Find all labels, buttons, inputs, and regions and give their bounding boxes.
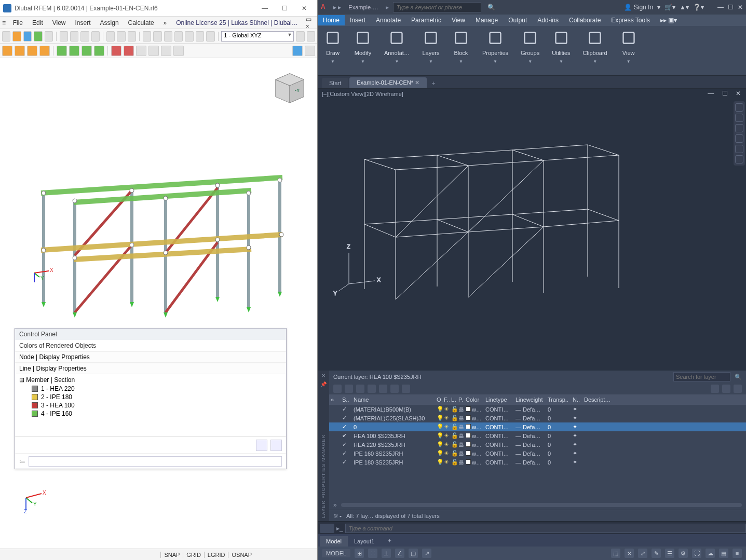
load-m-icon[interactable] [161,46,171,56]
min-button[interactable]: — [717,4,724,11]
lt-gear-icon[interactable] [734,385,742,393]
st-a-icon[interactable]: ⬚ [611,549,620,558]
lp-pin-icon[interactable]: 📌 [320,381,327,387]
menu-insert[interactable]: Insert [71,18,95,28]
help-icon[interactable]: ❔▾ [693,4,704,11]
st-d-icon[interactable]: ✎ [652,549,661,558]
model-icon[interactable] [34,31,42,42]
ribbon-panel-view[interactable]: View▼ [614,26,644,75]
ribbon-panel-layers[interactable]: Layers▼ [416,26,446,75]
save2-icon[interactable] [60,31,68,42]
ribbon-panel-block[interactable]: Block▼ [446,26,476,75]
load-e-icon[interactable] [57,46,67,56]
cp-section-item[interactable]: 4 - IPE 160 [19,409,282,418]
tool-icon[interactable] [45,31,53,42]
st-e-icon[interactable]: ☰ [665,549,674,558]
st-osnap-icon[interactable]: ▢ [409,549,418,558]
load-b-icon[interactable] [15,46,25,56]
close-button[interactable]: ✕ [738,4,743,11]
tab-addins[interactable]: Add-ins [532,15,564,25]
st-track-icon[interactable]: ↗ [422,549,431,558]
nav-cube-icon[interactable] [735,103,743,112]
autocad-viewport[interactable]: [–][Custom View][2D Wireframe] — ☐ ✕ [318,88,746,522]
print-icon[interactable] [70,31,78,42]
load-h-icon[interactable] [94,46,104,56]
tab-manage[interactable]: Manage [470,15,503,25]
tab-home[interactable]: Home [318,15,345,25]
nav-bar[interactable] [734,101,745,166]
tool-i-icon[interactable] [196,31,204,42]
ribbon-panel-modify[interactable]: Modify▼ [348,26,378,75]
cmd-history-icon[interactable] [320,524,334,533]
tool-f-icon[interactable] [164,31,172,42]
right-b-icon[interactable] [305,46,315,56]
ribbon-panel-utilities[interactable]: Utilities▼ [546,26,576,75]
load-f-icon[interactable] [69,46,79,56]
command-input[interactable] [345,524,746,533]
doc-tab-add[interactable]: ＋ [428,78,439,88]
tab-add[interactable]: ＋ [381,535,399,547]
st-c-icon[interactable]: ⤢ [638,549,647,558]
help-search[interactable] [393,2,481,12]
status-model[interactable]: MODEL [322,549,350,557]
tab-layout1[interactable]: Layout1 [348,536,381,547]
max-button[interactable]: ☐ [728,4,734,11]
new-icon[interactable] [2,31,10,42]
load-c-icon[interactable] [27,46,37,56]
tool-g-icon[interactable] [174,31,183,42]
open-icon[interactable] [12,31,21,42]
status-osnap[interactable]: OSNAP [228,552,255,558]
rfem-viewport[interactable]: -Y [0,58,317,549]
nav-more-icon[interactable] [735,155,743,163]
lt-a-icon[interactable] [368,385,376,393]
lt-new2-icon[interactable] [345,385,353,393]
load-l-icon[interactable] [148,46,159,56]
qat-doc[interactable]: Example-… [345,3,381,11]
doc-tab-start[interactable]: Start [322,78,348,88]
cp-row-node[interactable]: Node | Display Properties [15,351,286,363]
cp-section-item[interactable]: 2 - IPE 180 [19,393,282,401]
redo-icon[interactable] [91,31,100,42]
lt-new-icon[interactable] [333,385,342,393]
st-snap-icon[interactable]: ∷ [368,549,377,558]
cp-input[interactable] [29,456,282,467]
minimize-button[interactable]: — [255,1,275,16]
cp-tree-root[interactable]: Member | Section [26,376,75,384]
undo-icon[interactable] [80,31,89,42]
tool-a-icon[interactable] [106,31,115,42]
st-i-icon[interactable]: ▤ [719,549,728,558]
tab-annotate[interactable]: Annotate [371,15,406,25]
load-a-icon[interactable] [2,46,12,56]
st-f-icon[interactable]: ⚙ [679,549,688,558]
nav-wheel-icon[interactable] [735,114,743,122]
menu-edit[interactable]: Edit [28,18,47,28]
apps-icon[interactable]: ▲▾ [680,4,689,11]
tab-parametric[interactable]: Parametric [406,15,446,25]
load-j-icon[interactable] [124,46,134,56]
ribbon-panel-draw[interactable]: Draw▼ [318,26,348,75]
load-n-icon[interactable] [173,46,184,56]
layer-row[interactable]: ✔HEA 100 $S235JRH💡☀🔓🖶wh…CONTIN…— Defa…0✦ [329,431,746,440]
lt-del-icon[interactable] [356,385,364,393]
st-b-icon[interactable]: ⤧ [625,549,634,558]
tool-e-icon[interactable] [153,31,161,42]
right-a-icon[interactable] [292,46,303,56]
coord-system-dropdown[interactable]: 1 - Global XYZ [221,31,294,42]
tab-express[interactable]: Express Tools [606,15,655,25]
tab-view[interactable]: View [446,15,470,25]
layer-row[interactable]: ✓IPE 180 $S235JRH💡☀🔓🖶wh…CONTIN…— Defa…0✦ [329,458,746,467]
layer-row[interactable]: ✓(MATERIAL)B500M(B)💡☀🔓🖶wh…CONTIN…— Defa…… [329,405,746,414]
ribbon-panel-annotat…[interactable]: Annotat…▼ [378,26,416,75]
cp-foot-btn-1[interactable] [256,440,267,451]
cart-icon[interactable]: 🛒▾ [664,4,675,11]
maximize-button[interactable]: ☐ [275,1,294,16]
st-g-icon[interactable]: ⛶ [692,549,701,558]
cp-section-item[interactable]: 3 - HEA 100 [19,401,282,409]
cp-row-line[interactable]: Line | Display Properties [15,363,286,374]
tool-b-icon[interactable] [117,31,125,42]
load-d-icon[interactable] [39,46,50,56]
tool-k-icon[interactable] [296,31,304,42]
load-k-icon[interactable] [136,46,146,56]
lt-c-icon[interactable] [390,385,399,393]
tool-h-icon[interactable] [185,31,193,42]
